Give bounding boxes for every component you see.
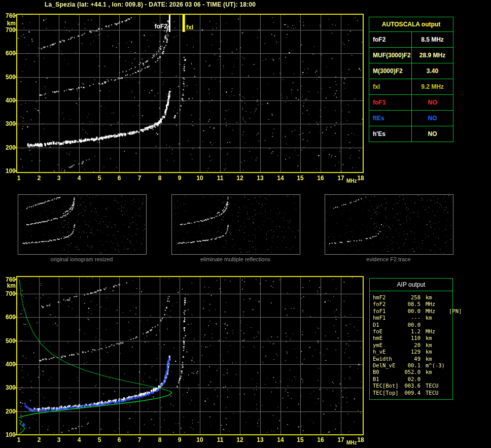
aip-cell-u: [420, 376, 446, 383]
thumbnail-evidence-f2-trace: [325, 194, 453, 255]
aip-cell-l: TEC[Bot]: [373, 383, 402, 389]
bottom-ionogram-plot: [17, 277, 363, 435]
thumbnail-caption-3: evidence F2 trace: [325, 256, 452, 262]
autoscala-param-label: M(3000)F2: [369, 63, 412, 79]
aip-cell-n: [446, 349, 452, 355]
aip-cell-u: km: [420, 369, 446, 375]
aip-cell-l: B0: [373, 369, 402, 375]
aip-cell-n: [446, 362, 452, 369]
aip-cell-v: 009.4: [402, 390, 420, 396]
aip-cell-l: DelN_vE: [373, 362, 402, 369]
aip-cell-u: km: [420, 335, 446, 341]
autoscala-param-label: ftEs: [369, 111, 412, 126]
aip-cell-n: [446, 322, 452, 328]
aip-cell-l: Ewidth: [373, 356, 402, 362]
autoscala-param-value: 9.2 MHz: [412, 79, 453, 94]
aip-cell-u: TECU: [420, 383, 446, 389]
aip-cell-l: foF1: [373, 308, 402, 315]
aip-cell-v: 49: [402, 356, 420, 362]
aip-cell-l: D1: [373, 322, 402, 328]
aip-cell-u: km: [420, 294, 446, 301]
aip-cell-v: ---: [402, 315, 420, 321]
aip-cell-v: 00.0: [402, 322, 420, 328]
aip-row-fof2: foF208.5MHz: [373, 301, 452, 307]
autoscala-table-header: AUTOSCALA output: [369, 17, 453, 32]
aip-row-tectop: TEC[Top]009.4TECU: [373, 390, 452, 396]
aip-cell-l: TEC[Top]: [373, 390, 402, 396]
aip-row-hmf1: hmF1---km: [373, 315, 452, 321]
aip-cell-n: [446, 356, 452, 362]
aip-cell-v: 1.2: [402, 328, 420, 335]
autoscala-table-rows: foF28.5 MHzMUF(3000)F228.9 MHzM(3000)F23…: [369, 32, 453, 142]
autoscala-row-fof2: foF28.5 MHz: [369, 32, 453, 48]
autoscala-param-label: MUF(3000)F2: [369, 48, 412, 63]
aip-cell-n: [446, 369, 452, 375]
aip-row-hve: h_vE129km: [373, 349, 452, 355]
aip-cell-u: MHz: [420, 301, 446, 307]
aip-cell-n: [446, 390, 452, 396]
aip-row-tecbot: TEC[Bot]003.6TECU: [373, 383, 452, 389]
autoscala-row-fof1: foF1NO: [369, 95, 453, 111]
top-ionogram-plot: [17, 14, 363, 173]
aip-cell-l: hmF2: [373, 294, 402, 301]
aip-cell-u: [420, 322, 446, 328]
aip-cell-u: km: [420, 342, 446, 349]
aip-cell-n: [446, 328, 452, 335]
thumbnail-original-ionogram: [18, 194, 147, 255]
aip-cell-n: [446, 301, 452, 307]
aip-row-b0: B0052.0km: [373, 369, 452, 375]
aip-cell-l: foE: [373, 328, 402, 335]
aip-cell-u: TECU: [420, 390, 446, 396]
aip-cell-u: km: [420, 356, 446, 362]
aip-cell-l: foF2: [373, 301, 402, 307]
autoscala-param-value: NO: [412, 126, 453, 142]
aip-cell-v: 00.1: [402, 362, 420, 369]
aip-row-delnve: DelN_vE00.1m^(-3): [373, 362, 452, 369]
aip-cell-n: [446, 342, 452, 349]
aip-output-table: AIP output hmF2258kmfoF208.5MHzfoF100.0M…: [369, 278, 453, 400]
aip-cell-v: 258: [402, 294, 420, 301]
aip-cell-n: [446, 376, 452, 383]
aip-cell-l: hmF1: [373, 315, 402, 321]
thumbnail-caption-1: original ionogram resized: [18, 256, 146, 262]
aip-cell-v: 129: [402, 349, 420, 355]
autoscala-row-m3000f2: M(3000)F23.40: [369, 63, 453, 79]
autoscala-param-value: 28.9 MHz: [412, 48, 453, 63]
aip-cell-u: MHz: [420, 308, 446, 315]
aip-cell-v: 20: [402, 342, 420, 349]
aip-cell-n: [446, 294, 452, 301]
aip-cell-l: ymE: [373, 342, 402, 349]
aip-cell-n: [PN]: [446, 308, 462, 315]
aip-cell-u: MHz: [420, 328, 446, 335]
autoscala-param-label: foF1: [369, 95, 412, 110]
aip-cell-n: [446, 315, 452, 321]
autoscala-app-window: La_Spezia (lat: +44.1 , lon: 009.8) - DA…: [0, 0, 491, 448]
autoscala-param-value: NO: [412, 95, 453, 110]
autoscala-param-value: NO: [412, 111, 453, 126]
autoscala-row-fxi: fxI9.2 MHz: [369, 79, 453, 95]
aip-row-d1: D100.0: [373, 322, 452, 328]
autoscala-param-label: fxI: [369, 79, 412, 94]
autoscala-row-hes: h'EsNO: [369, 126, 453, 142]
thumbnail-multiple-reflections: [171, 194, 300, 255]
aip-row-hme: hmE110km: [373, 335, 452, 341]
aip-row-b1: B102.0: [373, 376, 452, 383]
aip-row-ewidth: Ewidth49km: [373, 356, 452, 362]
aip-cell-n: [446, 335, 452, 341]
aip-cell-l: B1: [373, 376, 402, 383]
aip-cell-v: 02.0: [402, 376, 420, 383]
aip-cell-u: m^(-3): [420, 362, 446, 369]
foF2-marker-label: foF2: [150, 23, 167, 30]
aip-cell-v: 00.0: [402, 308, 420, 315]
aip-cell-v: 110: [402, 335, 420, 341]
aip-cell-l: h_vE: [373, 349, 402, 355]
fxI-marker-label: fxI: [186, 24, 193, 31]
aip-cell-v: 052.0: [402, 369, 420, 375]
autoscala-param-label: foF2: [369, 32, 412, 47]
autoscala-row-ftes: ftEsNO: [369, 111, 453, 126]
aip-cell-u: km: [420, 315, 446, 321]
aip-cell-v: 003.6: [402, 383, 420, 389]
aip-row-foe: foE1.2MHz: [373, 328, 452, 335]
autoscala-output-table: AUTOSCALA output foF28.5 MHzMUF(3000)F22…: [369, 17, 453, 142]
autoscala-row-muf3000f2: MUF(3000)F228.9 MHz: [369, 48, 453, 63]
